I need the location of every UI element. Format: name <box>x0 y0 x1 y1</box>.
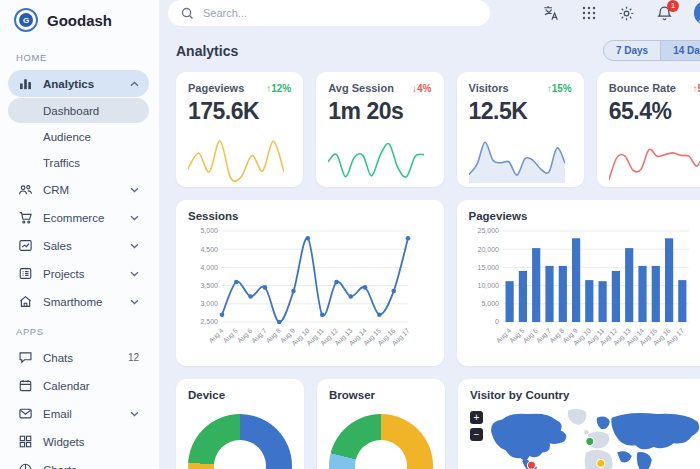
kpi-sparkline <box>609 135 700 183</box>
pie-icon <box>17 462 33 469</box>
widgets-icon <box>17 434 33 450</box>
range-button-7-days[interactable]: 7 Days <box>604 41 660 60</box>
sidebar-item-widgets[interactable]: Widgets <box>8 428 149 455</box>
charts-row: Sessions 2,5003,0003,5004,0004,5005,000A… <box>176 200 700 366</box>
search-bar[interactable] <box>168 0 490 26</box>
logo-letter: G <box>19 13 33 27</box>
browser-chart-card: Browser <box>317 379 445 469</box>
sidebar-item-sales[interactable]: Sales <box>8 232 149 259</box>
kpi-card-bounce-rate: Bounce Rate↑5%65.4% <box>597 72 700 187</box>
kpi-card-visitors: Visitors↑15%12.5K <box>457 72 584 187</box>
kpi-label: Bounce Rate <box>609 82 676 94</box>
sidebar-item-label: Charts <box>43 464 77 469</box>
avatar[interactable] <box>694 1 700 25</box>
chevron-up-icon <box>130 81 139 87</box>
map-zoom-out-button[interactable]: − <box>470 428 483 441</box>
kpi-label: Visitors <box>469 82 509 94</box>
app-name: Goodash <box>47 12 112 29</box>
sidebar-item-calendar[interactable]: Calendar <box>8 372 149 399</box>
browser-chart-title: Browser <box>329 389 433 401</box>
map-marker[interactable] <box>586 437 594 445</box>
sidebar: G Goodash HOMEAnalyticsDashboardAudience… <box>0 0 160 469</box>
sidebar-item-label: Sales <box>43 240 72 252</box>
sidebar-section-label-home: HOME <box>0 42 159 68</box>
chevron-down-icon <box>130 299 139 305</box>
sessions-chart-card: Sessions 2,5003,0003,5004,0004,5005,000A… <box>176 200 444 366</box>
map-zoom-controls: + − <box>470 411 483 441</box>
sidebar-subitem-audience[interactable]: Audience <box>8 124 149 149</box>
home-icon <box>17 294 33 310</box>
pageviews-bar-chart: 05,00010,00015,00020,00025,000Aug 4Aug 5… <box>469 224 700 354</box>
browser-donut-chart <box>329 414 433 469</box>
sidebar-item-crm[interactable]: CRM <box>8 176 149 203</box>
notifications-icon[interactable]: 1 <box>656 5 673 22</box>
svg-text:15,000: 15,000 <box>477 264 499 271</box>
main-area: 1 Analytics 7 Days14 Days Pageviews↑12%1… <box>160 0 700 469</box>
sidebar-item-chats[interactable]: Chats12 <box>8 344 149 371</box>
topbar: 1 <box>160 0 700 26</box>
search-input[interactable] <box>203 7 477 19</box>
sidebar-item-email[interactable]: Email <box>8 400 149 427</box>
range-button-14-days[interactable]: 14 Days <box>660 41 700 60</box>
trend-icon <box>17 238 33 254</box>
app-logo[interactable]: G Goodash <box>0 0 159 42</box>
kpi-card-avg-session: Avg Session↓4%1m 20s <box>316 72 443 187</box>
logo-icon: G <box>14 8 38 32</box>
sidebar-subitem-label: Audience <box>43 131 91 143</box>
chevron-down-icon <box>130 187 139 193</box>
kpi-delta: ↑12% <box>266 83 291 94</box>
kpi-delta: ↑5% <box>693 83 700 94</box>
device-chart-title: Device <box>188 389 292 401</box>
chevron-down-icon <box>130 271 139 277</box>
svg-text:4,000: 4,000 <box>200 264 218 271</box>
kpi-card-pageviews: Pageviews↑12%175.6K <box>176 72 303 187</box>
sidebar-item-label: Projects <box>43 268 85 280</box>
device-chart-card: Device <box>176 379 304 469</box>
sidebar-item-label: CRM <box>43 184 69 196</box>
map-marker[interactable] <box>597 459 605 467</box>
sidebar-item-label: Ecommerce <box>43 212 104 224</box>
sidebar-item-ecommerce[interactable]: Ecommerce <box>8 204 149 231</box>
kpi-label: Pageviews <box>188 82 244 94</box>
pageviews-chart-card: Pageviews 05,00010,00015,00020,00025,000… <box>457 200 700 366</box>
sidebar-item-analytics[interactable]: Analytics <box>8 70 149 97</box>
sidebar-item-label: Widgets <box>43 436 85 448</box>
sidebar-item-charts[interactable]: Charts <box>8 456 149 469</box>
sidebar-subitem-dashboard[interactable]: Dashboard <box>8 98 149 123</box>
sidebar-item-projects[interactable]: Projects <box>8 260 149 287</box>
world-map[interactable] <box>470 405 700 469</box>
sidebar-subitem-label: Traffics <box>43 157 80 169</box>
sidebar-subitem-traffics[interactable]: Traffics <box>8 150 149 175</box>
svg-text:5,000: 5,000 <box>481 300 499 307</box>
sidebar-section-label-apps: APPS <box>0 316 159 342</box>
sessions-chart-title: Sessions <box>188 210 432 222</box>
map-zoom-in-button[interactable]: + <box>470 411 483 424</box>
visitor-map-title: Visitor by Country <box>470 389 700 401</box>
svg-text:0: 0 <box>495 318 499 325</box>
kpi-sparkline <box>188 135 291 183</box>
content: Analytics 7 Days14 Days Pageviews↑12%175… <box>160 26 700 469</box>
sidebar-item-label: Analytics <box>43 78 94 90</box>
settings-icon[interactable] <box>618 5 635 22</box>
svg-text:10,000: 10,000 <box>477 282 499 289</box>
svg-text:Aug 7: Aug 7 <box>250 327 268 345</box>
topbar-icons: 1 <box>542 1 700 25</box>
kpi-value: 1m 20s <box>328 98 431 125</box>
chevron-down-icon <box>130 215 139 221</box>
sidebar-item-smarthome[interactable]: Smarthome <box>8 288 149 315</box>
pageviews-chart-title: Pageviews <box>469 210 700 222</box>
apps-grid-icon[interactable] <box>581 5 597 21</box>
mail-icon <box>17 406 33 422</box>
users-icon <box>17 182 33 198</box>
svg-text:4,500: 4,500 <box>200 246 218 253</box>
bar-chart-icon <box>17 76 33 92</box>
sidebar-subitem-label: Dashboard <box>43 105 99 117</box>
search-icon <box>181 7 194 20</box>
bottom-row: Device Browser Visitor by Country + − <box>176 379 700 469</box>
map-marker[interactable] <box>527 461 535 469</box>
calendar-icon <box>17 378 33 394</box>
translate-icon[interactable] <box>542 4 560 22</box>
svg-text:3,000: 3,000 <box>200 300 218 307</box>
sidebar-nav: HOMEAnalyticsDashboardAudienceTrafficsCR… <box>0 42 159 469</box>
date-range-toggle: 7 Days14 Days <box>603 40 700 61</box>
